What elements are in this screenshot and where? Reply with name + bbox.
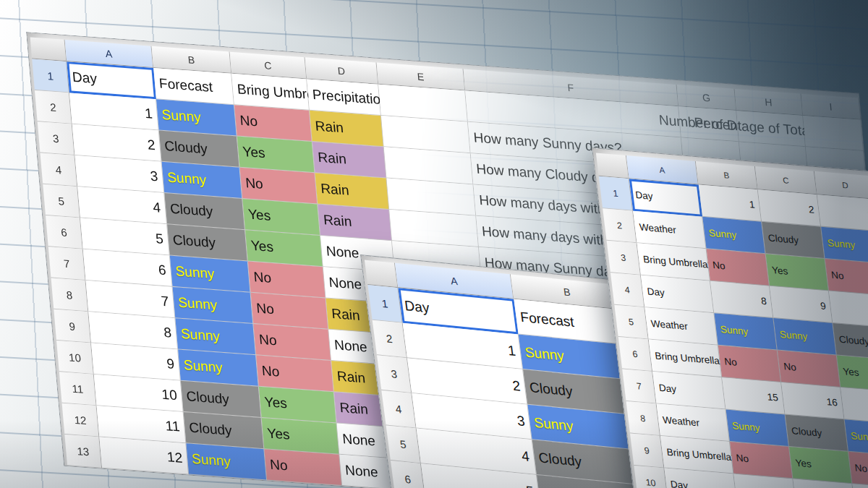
row-header-10[interactable]: 10 [56, 341, 94, 374]
cell-B7[interactable]: 15 [722, 377, 785, 414]
row-header-8[interactable]: 8 [51, 278, 89, 312]
cell-A13[interactable]: 12 [99, 437, 189, 474]
cell-B5[interactable]: Sunny [714, 313, 777, 350]
row-header-5[interactable]: 5 [386, 425, 421, 463]
cell-B3[interactable]: No [707, 249, 770, 286]
cell-H1[interactable]: Percentage of Total Days [736, 111, 806, 147]
row-header-9[interactable]: 9 [630, 433, 664, 468]
row-header-6[interactable]: 6 [391, 461, 425, 488]
row-header-8[interactable]: 8 [626, 401, 660, 436]
row-header-10[interactable]: 10 [634, 466, 668, 488]
row-header-7[interactable]: 7 [48, 247, 86, 281]
cell-C4[interactable]: 9 [770, 286, 833, 323]
cell-D3[interactable]: Rain [312, 142, 387, 179]
cell-B8[interactable]: Sunny [726, 410, 789, 447]
cell-C7[interactable]: 16 [781, 382, 844, 419]
cell-C3[interactable]: Yes [766, 254, 829, 291]
row-header-3[interactable]: 3 [607, 241, 641, 275]
row-header-12[interactable]: 12 [62, 403, 100, 437]
row-header-4[interactable]: 4 [610, 273, 644, 307]
select-all-corner[interactable] [30, 37, 67, 61]
row-header-6[interactable]: 6 [618, 337, 652, 372]
cell-C6[interactable]: No [778, 351, 841, 388]
cell-B6[interactable]: No [718, 346, 781, 382]
row-header-1[interactable]: 1 [32, 59, 69, 93]
row-header-2[interactable]: 2 [603, 208, 637, 243]
row-header-3[interactable]: 3 [38, 121, 75, 155]
cell-C9[interactable]: Yes [789, 447, 852, 484]
row-header-7[interactable]: 7 [622, 369, 656, 404]
cell-D3[interactable]: No [825, 259, 868, 296]
spreadsheet-weather-right: ABCDE1Day1232WeatherSunnyCloudySunnyClou… [592, 147, 868, 488]
cell-D1[interactable]: 3 [817, 194, 868, 231]
select-all-corner[interactable] [596, 153, 629, 179]
row-header-1[interactable]: 1 [367, 285, 402, 323]
cell-B4[interactable]: 8 [710, 281, 773, 318]
cell-I1[interactable] [803, 116, 864, 151]
cell-B1[interactable]: 1 [699, 184, 762, 221]
cell-D2[interactable]: Rain [310, 111, 384, 147]
cell-C13[interactable]: No [264, 449, 342, 486]
cell-C5[interactable]: Sunny [773, 318, 836, 355]
cell-C1[interactable]: 2 [758, 189, 821, 226]
collage-scene: ABCDEFGHI1DayForecastBring Umbrella?Prec… [0, 0, 868, 488]
row-header-2[interactable]: 2 [35, 90, 72, 124]
cell-C8[interactable]: Cloudy [786, 414, 848, 451]
row-header-13[interactable]: 13 [64, 435, 102, 468]
cell-B2[interactable]: Sunny [702, 217, 765, 254]
row-header-11[interactable]: 11 [59, 372, 97, 406]
row-header-2[interactable]: 2 [373, 320, 407, 359]
cell-D4[interactable]: Rain [315, 173, 390, 210]
cell-D4[interactable]: 10 [829, 291, 868, 328]
row-header-5[interactable]: 5 [614, 305, 648, 340]
cell-B9[interactable]: No [730, 442, 793, 479]
cell-D2[interactable]: Sunny [821, 227, 868, 264]
cell-D10[interactable] [852, 484, 868, 488]
cell-B13[interactable]: Sunny [186, 443, 267, 480]
row-header-4[interactable]: 4 [41, 153, 78, 187]
cell-D1[interactable]: Precipitation [307, 80, 381, 116]
cell-C2[interactable]: Cloudy [762, 222, 825, 259]
select-all-corner[interactable] [365, 260, 398, 288]
row-header-1[interactable]: 1 [599, 176, 633, 211]
row-header-6[interactable]: 6 [46, 215, 83, 249]
cell-D5[interactable]: Rain [318, 205, 392, 241]
row-header-5[interactable]: 5 [43, 184, 80, 218]
row-header-3[interactable]: 3 [377, 355, 412, 393]
row-header-4[interactable]: 4 [381, 390, 416, 429]
row-header-9[interactable]: 9 [54, 309, 91, 343]
